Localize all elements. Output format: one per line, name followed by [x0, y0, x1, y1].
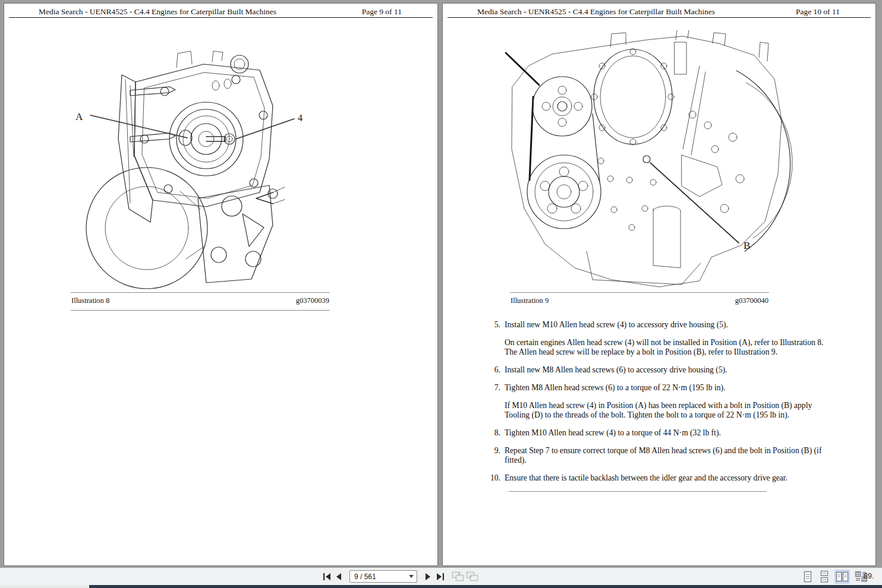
figure-8-caption: Illustration 8	[71, 296, 109, 305]
continuous-scroll-view-button[interactable]	[818, 570, 831, 584]
page-10-header-rule	[448, 17, 871, 18]
callout-4-label: 4	[298, 113, 303, 123]
figure-9-id: g03700040	[735, 296, 768, 305]
step-number: 9.	[486, 446, 505, 465]
single-page-view-button[interactable]	[801, 570, 814, 584]
step-number: 10.	[486, 473, 505, 483]
page-number-input[interactable]: 9 / 561	[349, 570, 417, 583]
next-page-icon	[424, 573, 431, 581]
step-number: 8.	[486, 428, 505, 438]
last-page-button[interactable]	[434, 570, 446, 583]
page-10-header-title: Media Search - UENR4525 - C4.4 Engines f…	[477, 7, 715, 17]
previous-view-button[interactable]	[451, 570, 465, 583]
step-9: 9. Repeat Step 7 to ensure correct torqu…	[486, 446, 842, 465]
page-number-value: 9 / 561	[354, 573, 409, 581]
figure-8-id: g03700039	[296, 296, 329, 305]
previous-page-button[interactable]	[333, 570, 345, 583]
figure-8-caption-block: Illustration 8 g03700039	[71, 292, 330, 311]
step-7: 7. Tighten M8 Allen head screws (6) to a…	[486, 383, 842, 393]
first-page-icon	[323, 573, 332, 581]
next-page-button[interactable]	[422, 570, 434, 583]
step-text: Tighten M10 Allen head screw (4) to a to…	[505, 428, 836, 438]
step-text: Tighten M8 Allen head screws (6) to a to…	[505, 383, 836, 393]
two-page-view-icon	[836, 571, 849, 583]
page-10-header: Media Search - UENR4525 - C4.4 Engines f…	[443, 7, 875, 17]
step-text: Repeat Step 7 to ensure correct torque o…	[505, 446, 836, 465]
callout-a-label: A	[75, 111, 83, 122]
step-text: Install new M8 Allen head screws (6) to …	[505, 365, 836, 375]
next-view-button[interactable]	[465, 570, 479, 583]
caption-rule-bottom	[71, 310, 330, 311]
taskbar-edge-light-segment	[0, 585, 89, 588]
taskbar-edge	[0, 585, 882, 588]
figure-9-caption: Illustration 9	[511, 296, 549, 305]
first-page-button[interactable]	[321, 570, 333, 583]
engine-front-view-illustration: B	[503, 30, 801, 292]
last-page-icon	[436, 573, 445, 581]
step-number: 6.	[486, 365, 505, 375]
step-text: Install new M10 Allen head screw (4) to …	[505, 320, 836, 330]
page-9-header-page-label: Page 9 of 11	[362, 7, 402, 17]
step-text: If M10 Allen head screw (4) in Position …	[505, 401, 836, 420]
previous-view-icon	[452, 571, 464, 581]
page-dropdown-caret-icon	[409, 575, 414, 578]
step-text: On certain engines Allen head screw (4) …	[505, 338, 836, 357]
continuous-scroll-view-icon	[819, 571, 830, 583]
step-number: 7.	[486, 383, 505, 393]
step-number	[486, 338, 505, 357]
document-page-9: Media Search - UENR4525 - C4.4 Engines f…	[4, 3, 438, 566]
step-number	[486, 401, 505, 420]
document-page-10: Media Search - UENR4525 - C4.4 Engines f…	[442, 3, 876, 566]
accessory-drive-housing-illustration: A 4	[64, 50, 343, 291]
page-navigation-group: 9 / 561	[321, 568, 479, 585]
page-9-header-title: Media Search - UENR4525 - C4.4 Engines f…	[39, 7, 276, 17]
step-5-note: On certain engines Allen head screw (4) …	[486, 338, 842, 357]
step-7-note: If M10 Allen head screw (4) in Position …	[486, 401, 842, 420]
step-text: Ensure that there is tactile backlash be…	[505, 473, 836, 483]
page-9-header: Media Search - UENR4525 - C4.4 Engines f…	[4, 7, 437, 17]
viewer-toolbar: 9 / 561	[0, 568, 882, 585]
previous-page-icon	[335, 573, 342, 581]
step-6: 6. Install new M8 Allen head screws (6) …	[486, 365, 842, 375]
zoom-level-display: 89.	[864, 572, 874, 580]
next-view-icon	[466, 571, 478, 581]
step-5: 5. Install new M10 Allen head screw (4) …	[486, 320, 842, 330]
step-number: 5.	[486, 320, 505, 330]
taskbar-edge-dark-segment	[89, 585, 882, 588]
page-layout-group	[801, 568, 869, 585]
step-10: 10. Ensure that there is tactile backlas…	[486, 473, 842, 483]
page-9-header-rule	[9, 17, 433, 18]
single-page-view-icon	[802, 571, 813, 583]
figure-9-caption-block: Illustration 9 g03700040	[510, 292, 769, 310]
page-10-header-page-label: Page 10 of 11	[796, 7, 840, 17]
two-page-view-button[interactable]	[834, 570, 850, 584]
section-end-rule	[509, 491, 767, 492]
instruction-steps: 5. Install new M10 Allen head screw (4) …	[486, 320, 842, 492]
callout-b-label: B	[744, 240, 750, 251]
step-8: 8. Tighten M10 Allen head screw (4) to a…	[486, 428, 842, 438]
